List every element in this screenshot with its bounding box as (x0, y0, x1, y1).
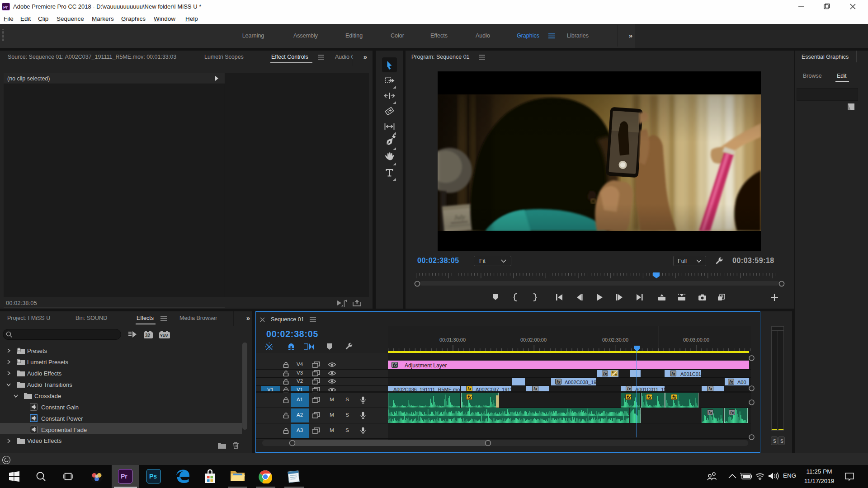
svg-text:YUV: YUV (160, 333, 168, 338)
svg-text:32: 32 (145, 333, 151, 338)
